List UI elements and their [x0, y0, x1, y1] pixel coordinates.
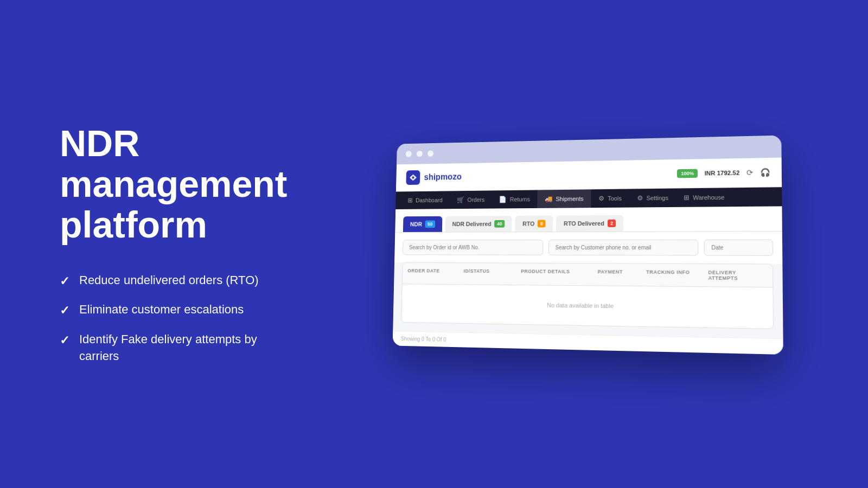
nav-item-returns[interactable]: 📄 Returns: [492, 190, 537, 209]
logo-icon: [406, 170, 420, 185]
check-icon-3: ✓: [60, 332, 69, 349]
date-input[interactable]: [704, 240, 773, 256]
feature-text-2: Eliminate customer escalations: [79, 301, 244, 318]
col-product-details: PRODUCT DETAILS: [515, 264, 592, 286]
refresh-icon[interactable]: ⟳: [746, 168, 754, 177]
tab-rto-delivered-label: RTO Delivered: [564, 220, 604, 227]
col-order-date: ORDER DATE: [403, 263, 459, 285]
shipments-icon: 🚚: [545, 195, 553, 203]
check-icon-2: ✓: [60, 303, 69, 319]
nav-item-settings[interactable]: ⚙ Settings: [629, 189, 676, 208]
nav-item-orders[interactable]: 🛒 Orders: [450, 191, 492, 209]
header-right: 100% INR 1792.52 ⟳ 🎧: [677, 168, 770, 178]
nav-label-tools: Tools: [608, 195, 622, 202]
logo-area: shipmozo: [406, 170, 462, 185]
tab-ndr-delivered-label: NDR Delivered: [452, 221, 492, 227]
table-footer: Showing 0 To 0 Of 0: [393, 331, 783, 355]
nav-label-dashboard: Dashboard: [416, 197, 443, 203]
traffic-light-2: [417, 151, 423, 157]
tab-ndr[interactable]: NDR 50: [403, 216, 442, 232]
traffic-light-1: [406, 151, 412, 157]
table-empty-message: No data available in table: [401, 284, 773, 329]
feature-item-2: ✓ Eliminate customer escalations: [60, 301, 271, 319]
right-panel: shipmozo 100% INR 1792.52 ⟳ 🎧 ⊞ Dashboar…: [304, 117, 868, 371]
traffic-light-3: [427, 150, 433, 157]
col-tracking-info: TRACKING INFO: [641, 264, 703, 286]
browser-content: shipmozo 100% INR 1792.52 ⟳ 🎧 ⊞ Dashboar…: [393, 158, 783, 355]
col-payment: PAYMENT: [592, 264, 640, 286]
tab-ndr-delivered-badge: 40: [494, 220, 505, 228]
tabs-area: NDR 50 NDR Delivered 40 RTO 8 RTO Delive…: [395, 206, 782, 233]
orders-icon: 🛒: [457, 196, 464, 204]
tab-ndr-delivered[interactable]: NDR Delivered 40: [445, 216, 512, 232]
logo-text: shipmozo: [424, 172, 462, 182]
nav-label-settings: Settings: [646, 195, 668, 201]
feature-item-1: ✓ Reduce undelivered orders (RTO): [60, 272, 271, 290]
tab-rto-label: RTO: [522, 221, 534, 227]
dashboard-icon: ⊞: [407, 197, 412, 204]
tab-ndr-badge: 50: [425, 221, 435, 228]
tab-rto-badge: 8: [538, 220, 546, 227]
nav-label-returns: Returns: [510, 196, 530, 202]
pagination-info: Showing 0 To 0 Of 0: [401, 336, 446, 343]
check-icon-1: ✓: [60, 273, 69, 290]
warehouse-icon: ⊞: [684, 194, 690, 201]
feature-text-1: Reduce undelivered orders (RTO): [79, 272, 259, 289]
nav-item-tools[interactable]: ⚙ Tools: [591, 189, 629, 208]
table-header: ORDER DATE ID/STATUS PRODUCT DETAILS PAY…: [403, 263, 773, 288]
search-area: [394, 232, 782, 264]
nav-label-orders: Orders: [467, 196, 484, 203]
left-panel: NDR management platform ✓ Reduce undeliv…: [0, 91, 304, 397]
returns-icon: 📄: [499, 196, 507, 203]
settings-icon: ⚙: [637, 194, 643, 202]
nav-item-shipments[interactable]: 🚚 Shipments: [537, 189, 591, 208]
main-title: NDR management platform: [60, 123, 271, 245]
tools-icon: ⚙: [598, 195, 604, 202]
app-nav: ⊞ Dashboard 🛒 Orders 📄 Returns 🚚 Shipmen…: [395, 187, 782, 209]
feature-text-3: Identify Fake delivery attempts by carri…: [79, 331, 271, 365]
tab-rto-delivered[interactable]: RTO Delivered 2: [556, 215, 623, 232]
balance-badge: 100%: [677, 169, 698, 178]
nav-label-shipments: Shipments: [556, 195, 583, 202]
headset-icon[interactable]: 🎧: [760, 168, 770, 177]
customer-search-input[interactable]: [548, 240, 699, 256]
tab-ndr-label: NDR: [410, 221, 422, 228]
browser-window: shipmozo 100% INR 1792.52 ⟳ 🎧 ⊞ Dashboar…: [393, 136, 783, 355]
tab-rto[interactable]: RTO 8: [515, 216, 553, 232]
tab-rto-delivered-badge: 2: [608, 220, 616, 227]
nav-item-dashboard[interactable]: ⊞ Dashboard: [400, 191, 450, 209]
data-table: ORDER DATE ID/STATUS PRODUCT DETAILS PAY…: [401, 262, 774, 329]
order-search-input[interactable]: [403, 240, 543, 255]
wallet-info: INR 1792.52: [705, 169, 740, 176]
feature-item-3: ✓ Identify Fake delivery attempts by car…: [60, 331, 271, 365]
nav-label-warehouse: Warehouse: [693, 194, 724, 201]
feature-list: ✓ Reduce undelivered orders (RTO) ✓ Elim…: [60, 272, 271, 365]
col-id-status: ID/STATUS: [458, 263, 516, 285]
col-delivery-attempts: DELIVERY ATTEMPTS: [703, 264, 773, 287]
nav-item-warehouse[interactable]: ⊞ Warehouse: [676, 188, 732, 207]
